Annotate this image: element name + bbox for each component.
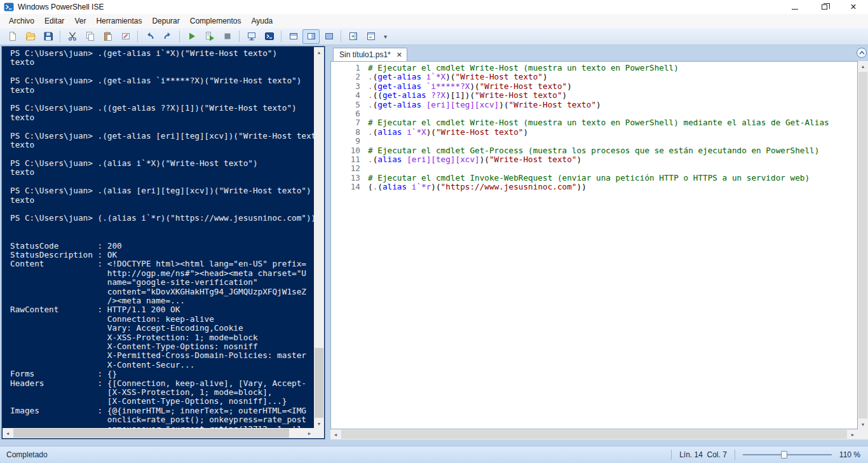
- new-remote-powershell-tab-button[interactable]: [243, 29, 260, 44]
- line-number: 12: [331, 164, 360, 173]
- scroll-left-icon[interactable]: ◄: [330, 429, 341, 439]
- console-pane: PS C:\Users\juan> .(get-alias i`*X)("Wri…: [1, 46, 325, 439]
- code-line[interactable]: 9: [331, 137, 857, 146]
- pane-splitter[interactable]: [325, 46, 330, 439]
- line-number: 6: [331, 109, 360, 118]
- console-horizontal-scrollbar[interactable]: ◄ ►: [3, 428, 315, 438]
- menu-ver[interactable]: Ver: [69, 15, 91, 27]
- line-number: 5: [331, 100, 360, 109]
- code-line[interactable]: 4.((get-alias ??X)[1])("Write-Host texto…: [331, 91, 857, 100]
- title-bar: Windows PowerShell ISE ×: [0, 0, 868, 14]
- code-text: .((get-alias ??X)[1])("Write-Host texto"…: [368, 91, 567, 100]
- code-line[interactable]: 14(.(alias i`*r)("https://www.jesusninoc…: [331, 183, 857, 191]
- show-command-window-button[interactable]: [362, 29, 379, 44]
- menu-editar[interactable]: Editar: [39, 15, 69, 27]
- redo-button[interactable]: [159, 29, 176, 44]
- show-command-addon-button[interactable]: [344, 29, 362, 44]
- code-line[interactable]: 12: [331, 164, 857, 173]
- scroll-up-icon[interactable]: ▲: [314, 47, 324, 57]
- code-text: # Ejecutar el cmdlet Get-Process (muestr…: [368, 146, 819, 155]
- paste-icon: [103, 31, 113, 41]
- scroll-up-icon[interactable]: ▲: [858, 61, 868, 71]
- menu-herramientas[interactable]: Herramientas: [91, 15, 147, 27]
- code-line[interactable]: 1# Ejecutar el cmdlet Write-Host (muestr…: [331, 64, 857, 73]
- restore-icon: [822, 4, 827, 10]
- status-bar-right: Lín. 14 Col. 7 110 %: [671, 450, 860, 460]
- copy-button[interactable]: [81, 29, 98, 44]
- toolbar-separator: [281, 31, 281, 42]
- console-vscroll-thumb[interactable]: [315, 348, 323, 418]
- show-script-pane-maximized-button[interactable]: [320, 29, 337, 44]
- editor-vscroll-thumb[interactable]: [858, 72, 867, 418]
- open-script-button[interactable]: [22, 29, 39, 44]
- line-number: 9: [331, 137, 360, 146]
- chevron-up-icon: [859, 51, 865, 55]
- toolbar-separator: [179, 31, 180, 42]
- scroll-down-icon[interactable]: ▼: [314, 418, 324, 429]
- toolbar-separator: [341, 31, 341, 42]
- run-selection-button[interactable]: [201, 29, 218, 44]
- show-script-pane-top-button[interactable]: [285, 29, 302, 44]
- zoom-slider[interactable]: [743, 450, 832, 460]
- toolbar-separator: [137, 31, 138, 42]
- menu-ayuda[interactable]: Ayuda: [246, 15, 278, 27]
- open-folder-icon: [25, 31, 36, 41]
- undo-button[interactable]: [141, 29, 158, 44]
- code-line[interactable]: 11.(alias [eri][teg][xcv])("Write-Host t…: [331, 155, 857, 164]
- editor-hscroll-thumb[interactable]: [341, 430, 847, 439]
- remote-tab-icon: [247, 31, 257, 41]
- zoom-slider-thumb[interactable]: [781, 451, 787, 459]
- code-text: # Ejecutar el cmdlet Write-Host (muestra…: [368, 64, 679, 73]
- scroll-right-icon[interactable]: ►: [848, 429, 858, 439]
- window-controls: ×: [780, 0, 868, 14]
- restore-button[interactable]: [810, 0, 839, 14]
- run-script-button[interactable]: [183, 29, 200, 44]
- code-line[interactable]: 13# Ejecutar el cmdlet Invoke-WebRequest…: [331, 174, 857, 183]
- start-powershell-exe-button[interactable]: [261, 29, 278, 44]
- code-line[interactable]: 8.(alias i`*X)("Write-Host texto"): [331, 128, 857, 137]
- code-line[interactable]: 6: [331, 109, 857, 118]
- clear-console-button[interactable]: [117, 29, 134, 44]
- save-icon: [43, 31, 53, 41]
- zoom-level: 110 %: [839, 450, 860, 459]
- cursor-position: Lín. 14 Col. 7: [679, 450, 727, 459]
- code-line[interactable]: 3.(get-alias `i*****?X)("Write-Host text…: [331, 82, 857, 91]
- scroll-right-icon[interactable]: ►: [304, 428, 315, 438]
- statusbar-separator: [735, 450, 735, 460]
- console-vertical-scrollbar[interactable]: ▲ ▼: [314, 47, 324, 429]
- tab-sin-titulo1[interactable]: Sin título1.ps1* ✕: [333, 48, 407, 61]
- line-number: 1: [331, 64, 360, 73]
- undo-icon: [145, 31, 155, 41]
- code-line[interactable]: 2.(get-alias i`*X)("Write-Host texto"): [331, 73, 857, 81]
- close-button[interactable]: ×: [839, 0, 868, 14]
- scroll-left-icon[interactable]: ◄: [3, 428, 13, 438]
- editor-vertical-scrollbar[interactable]: ▲ ▼: [858, 61, 868, 429]
- cut-button[interactable]: [64, 29, 81, 44]
- new-script-button[interactable]: [4, 29, 21, 44]
- powershell-app-icon: [4, 2, 14, 12]
- console-output[interactable]: PS C:\Users\juan> .(get-alias i`*X)("Wri…: [3, 47, 315, 429]
- code-line[interactable]: 10# Ejecutar el cmdlet Get-Process (mues…: [331, 146, 857, 155]
- menu-archivo[interactable]: Archivo: [4, 15, 39, 27]
- script-editor[interactable]: 1# Ejecutar el cmdlet Write-Host (muestr…: [330, 61, 858, 429]
- tab-close-icon[interactable]: ✕: [397, 52, 402, 59]
- code-text: # Ejecutar el cmdlet Write-Host (muestra…: [368, 118, 829, 127]
- menu-depurar[interactable]: Depurar: [147, 15, 184, 27]
- collapse-script-pane-button[interactable]: [857, 48, 867, 58]
- scroll-down-icon[interactable]: ▼: [858, 419, 868, 429]
- paste-button[interactable]: [99, 29, 116, 44]
- scissors-icon: [67, 31, 78, 41]
- menu-complementos[interactable]: Complementos: [185, 15, 247, 27]
- show-script-pane-right-button[interactable]: [302, 29, 320, 44]
- code-line[interactable]: 7# Ejecutar el cmdlet Write-Host (muestr…: [331, 118, 857, 127]
- scrollbar-corner: [314, 428, 324, 438]
- code-line[interactable]: 5.(get-alias [eri][teg][xcv])("Write-Hos…: [331, 100, 857, 109]
- editor-horizontal-scrollbar[interactable]: ◄ ►: [330, 429, 858, 439]
- run-selection-icon: [205, 31, 215, 41]
- minimize-button[interactable]: [780, 0, 810, 14]
- stop-operation-button[interactable]: [219, 29, 236, 44]
- tab-bar: Sin título1.ps1* ✕: [330, 46, 868, 61]
- toolbar-overflow-button[interactable]: ▾: [384, 33, 387, 40]
- console-hscroll-thumb[interactable]: [13, 429, 289, 438]
- save-button[interactable]: [39, 29, 57, 44]
